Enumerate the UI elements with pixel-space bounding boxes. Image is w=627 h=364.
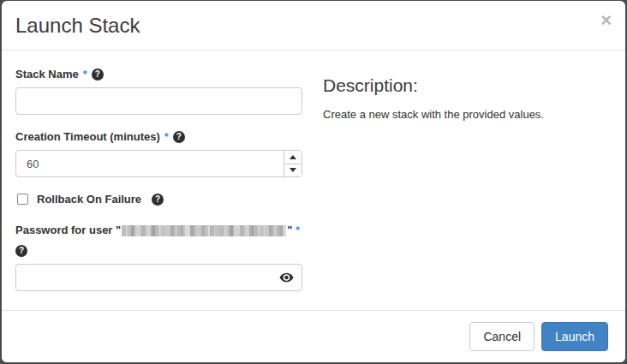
creation-timeout-label-text: Creation Timeout (minutes) [15,130,160,144]
spinner-down-button[interactable] [284,164,302,177]
password-label: Password for user "" * [15,224,302,237]
cancel-button[interactable]: Cancel [469,322,534,351]
launch-button[interactable]: Launch [541,322,608,351]
description-heading: Description: [323,75,608,97]
rollback-label[interactable]: Rollback On Failure [37,193,141,206]
password-input[interactable] [15,264,302,291]
required-asterisk: * [164,130,169,144]
modal-header: Launch Stack × [2,1,625,51]
launch-stack-modal: Launch Stack × Stack Name * ? Creation T… [2,1,625,362]
password-label-prefix: Password for user " [15,224,121,236]
help-icon[interactable]: ? [173,131,185,143]
reveal-password-button[interactable] [279,272,294,283]
help-icon[interactable]: ? [92,69,104,81]
modal-footer: Cancel Launch [2,310,625,362]
creation-timeout-input[interactable] [15,150,302,177]
stack-name-field: Stack Name * ? [15,68,302,115]
close-icon[interactable]: × [599,9,613,32]
password-input-wrap [15,264,302,291]
stack-name-label: Stack Name * ? [15,68,302,81]
triangle-up-icon [290,155,296,159]
creation-timeout-label: Creation Timeout (minutes) * ? [15,130,302,144]
redacted-username [122,225,286,236]
description-column: Description: Create a new stack with the… [302,68,608,310]
help-icon[interactable]: ? [15,245,27,257]
required-asterisk: * [296,224,300,236]
password-help-line: ? [15,242,302,257]
rollback-checkbox[interactable] [17,194,28,205]
help-icon[interactable]: ? [152,194,164,206]
description-text: Create a new stack with the provided val… [323,107,608,122]
spinner-up-button[interactable] [284,151,302,164]
number-spinner [284,151,302,176]
triangle-down-icon [290,168,296,172]
password-field: Password for user "" * ? [15,224,302,291]
rollback-row: Rollback On Failure ? [17,193,302,206]
eye-icon [279,272,294,283]
required-asterisk: * [83,68,87,81]
modal-title: Launch Stack [15,14,612,38]
stack-name-label-text: Stack Name [15,68,79,81]
password-label-suffix: " [287,224,292,236]
creation-timeout-field: Creation Timeout (minutes) * ? [15,130,302,177]
modal-backdrop: { "modal": { "title": "Launch Stack", "c… [0,0,627,364]
form-column: Stack Name * ? Creation Timeout (minutes… [15,68,302,310]
creation-timeout-input-wrap [15,150,302,177]
stack-name-input[interactable] [15,87,302,115]
modal-body: Stack Name * ? Creation Timeout (minutes… [2,51,625,310]
